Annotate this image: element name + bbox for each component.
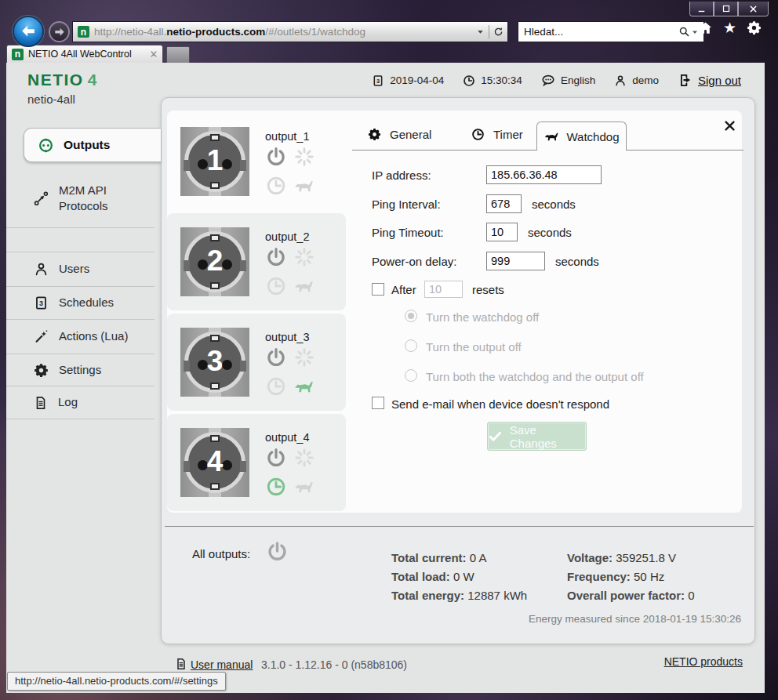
schedules-calendar-icon: [34, 296, 49, 310]
home-icon[interactable]: [698, 20, 713, 35]
m2m-api-icon: [34, 191, 49, 206]
outlet-label-4: output_4: [265, 431, 309, 444]
seconds-unit: seconds: [532, 198, 576, 211]
outlet-2-watchdog-dog-icon[interactable]: [294, 279, 314, 293]
outlet-3-reset-spinner-icon[interactable]: [294, 347, 314, 368]
calendar-icon: [372, 74, 384, 87]
outlet-2-reset-spinner-icon[interactable]: [294, 247, 314, 267]
browser-tab-bar: n NETIO 4All WebControl: [6, 45, 765, 63]
radio-both-off-label: Turn both the watchdog and the output of…: [426, 370, 644, 383]
window-controls: [689, 2, 769, 16]
sidebar-item-schedules[interactable]: Schedules: [6, 287, 155, 320]
radio-both-off[interactable]: [405, 369, 417, 382]
browser-tab[interactable]: n NETIO 4All WebControl: [6, 45, 163, 63]
outlet-1-reset-spinner-icon[interactable]: [294, 147, 314, 167]
tab-general[interactable]: General: [368, 128, 431, 141]
sidebar-item-log[interactable]: Log: [6, 386, 155, 419]
favorites-star-icon[interactable]: ★: [723, 20, 736, 35]
save-changes-button[interactable]: Save Changes: [487, 422, 587, 451]
sidebar-item-m2m-api[interactable]: M2M API Protocols: [6, 165, 155, 228]
outlet-1-watchdog-dog-icon[interactable]: [294, 179, 314, 193]
refresh-icon[interactable]: [493, 26, 504, 38]
back-button[interactable]: [13, 16, 44, 47]
netio-logo: NETIO4: [27, 71, 98, 89]
clock-icon: [463, 74, 475, 87]
seconds-unit: seconds: [555, 255, 599, 268]
outlet-socket-2[interactable]: 2: [180, 227, 249, 296]
radio-output-off[interactable]: [405, 339, 417, 352]
browser-settings-gear-icon[interactable]: [747, 20, 762, 35]
outlet-3-watchdog-dog-icon[interactable]: [294, 379, 314, 394]
outlet-4-power-icon[interactable]: [266, 448, 286, 468]
outlet-number: 3: [188, 345, 242, 378]
language-selector[interactable]: English: [541, 74, 595, 88]
firmware-version: 3.1.0 - 1.12.16 - 0 (n58b8106): [261, 658, 407, 671]
address-bar[interactable]: n http://netio-4all.netio-products.com/#…: [72, 21, 508, 42]
all-outputs-power-icon[interactable]: [267, 541, 288, 562]
outlet-2-schedule-clock-icon[interactable]: [266, 276, 286, 296]
outlet-4-watchdog-dog-icon[interactable]: [294, 480, 314, 494]
forward-arrow-icon: [53, 26, 66, 38]
radio-output-off-label: Turn the output off: [426, 340, 522, 354]
panel-close-button[interactable]: [723, 118, 737, 132]
forward-button[interactable]: [49, 21, 70, 42]
tab-watchdog[interactable]: Watchdog: [536, 122, 627, 151]
seconds-unit: seconds: [528, 226, 572, 239]
outlet-3-schedule-clock-icon[interactable]: [266, 376, 286, 397]
outlet-socket-4[interactable]: 4: [180, 428, 249, 497]
tab-favicon: n: [12, 49, 24, 60]
outlet-socket-1[interactable]: 1: [180, 127, 249, 196]
resets-label: resets: [472, 283, 504, 296]
ip-address-label: IP address:: [372, 169, 431, 182]
after-label: After: [391, 283, 416, 296]
minimize-button[interactable]: [689, 2, 714, 16]
sign-out-icon: [678, 73, 693, 88]
maximize-button[interactable]: [714, 2, 738, 16]
user-menu[interactable]: demo: [614, 74, 659, 87]
outlet-1-power-icon[interactable]: [266, 147, 286, 167]
sidebar-item-actions-lua[interactable]: Actions (Lua): [6, 320, 155, 354]
radio-watchdog-off[interactable]: [405, 310, 417, 322]
sidebar-item-settings[interactable]: Settings: [6, 354, 155, 386]
sidebar-item-users[interactable]: Users: [6, 252, 155, 287]
sidebar-item-outputs[interactable]: Outputs: [24, 128, 161, 162]
tab-title: NETIO 4All WebControl: [28, 49, 145, 60]
outlet-label-3: output_3: [265, 331, 309, 343]
outlet-4-reset-spinner-icon[interactable]: [294, 448, 314, 468]
tab-close-icon[interactable]: [150, 50, 158, 58]
outlet-socket-3[interactable]: 3: [180, 328, 249, 397]
outputs-socket-icon: [38, 137, 54, 154]
outlet-3-power-icon[interactable]: [266, 347, 286, 368]
search-icon[interactable]: [678, 26, 690, 38]
settings-gear-icon: [34, 363, 49, 378]
send-email-label: Send e-mail when device doesn't respond: [391, 397, 609, 411]
netio-products-link[interactable]: NETIO products: [664, 655, 743, 668]
ping-timeout-input[interactable]: 10: [486, 223, 518, 241]
outlet-2-power-icon[interactable]: [266, 247, 286, 267]
browser-search-box[interactable]: Hledat...: [518, 21, 704, 42]
address-dropdown-icon[interactable]: [475, 27, 485, 37]
general-gear-icon: [368, 128, 381, 141]
user-icon: [614, 74, 627, 87]
energy-measured-note: Energy measured since 2018-01-19 15:30:2…: [529, 613, 741, 625]
check-icon: [488, 429, 503, 444]
outlet-label-2: output_2: [265, 230, 309, 243]
ping-interval-input[interactable]: 678: [486, 194, 522, 213]
ip-address-input[interactable]: 185.66.36.48: [486, 165, 602, 184]
power-on-delay-input[interactable]: 999: [486, 252, 545, 270]
time-display: 15:30:34: [463, 74, 522, 87]
page-viewport: NETIO4 netio-4all 2019-04-04 15:30:34 En…: [6, 63, 765, 693]
tab-timer[interactable]: Timer: [471, 128, 523, 141]
sign-out-link[interactable]: Sign out: [678, 73, 741, 88]
watchdog-dog-icon: [544, 131, 559, 142]
url-text: http://netio-4all.netio-products.com/#/o…: [94, 26, 475, 38]
outlet-1-schedule-clock-icon[interactable]: [266, 176, 286, 196]
header-status-bar: 2019-04-04 15:30:34 English demo Sign ou…: [372, 73, 741, 88]
new-tab-stub[interactable]: [166, 46, 190, 63]
after-resets-input[interactable]: 10: [424, 281, 463, 298]
outlet-4-schedule-clock-icon[interactable]: [266, 477, 286, 497]
user-manual-link[interactable]: User manual: [191, 658, 253, 671]
after-resets-checkbox[interactable]: [372, 283, 384, 296]
close-window-button[interactable]: [738, 2, 769, 16]
send-email-checkbox[interactable]: [372, 397, 384, 409]
